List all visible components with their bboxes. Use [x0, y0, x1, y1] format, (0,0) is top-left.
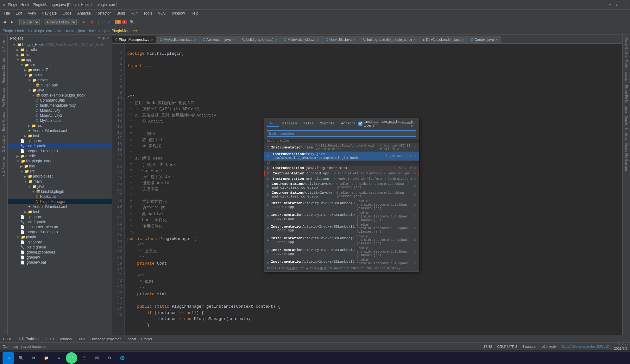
- tree-item-proguard-lib[interactable]: 📄 proguard-rules.pro: [8, 229, 112, 235]
- tree-item-java-lib[interactable]: ▼ 📁 java: [8, 184, 112, 189]
- tree-item-lib-plugin-core[interactable]: ▼ 📁 lib_plugin_core: [8, 159, 112, 164]
- device-file-tab[interactable]: Device File Explorer: [624, 141, 629, 172]
- tree-item-gradle-hidden[interactable]: ▶ 📁 .gradle: [8, 47, 112, 52]
- gradle-tab[interactable]: Gradle: [624, 114, 629, 126]
- pull-requests-tab[interactable]: Pull Requests: [1, 86, 6, 109]
- flutter-outline-tab[interactable]: Flutter Outline: [624, 36, 629, 59]
- tree-item-gradle-properties[interactable]: 📄 gradle.properties: [8, 250, 112, 255]
- breadcrumb-lib-plugin-core[interactable]: lib_plugin_core: [28, 29, 54, 33]
- tab-mainactivity2[interactable]: C MainActivity2.java ✕: [281, 36, 323, 43]
- menu-item-run[interactable]: Run: [128, 10, 140, 16]
- ac-item-3[interactable]: C Instrumentation android.app < Android …: [264, 171, 419, 176]
- tree-item-instrumentationproxy[interactable]: C InstrumentationProxy: [8, 103, 112, 108]
- breadcrumb-plugin[interactable]: plugin: [98, 29, 108, 33]
- warning-badge[interactable]: 12: [115, 20, 121, 24]
- flutter-inspector-tab[interactable]: Flutter Inspector: [624, 59, 629, 84]
- menu-item-tools[interactable]: Tools: [141, 10, 155, 16]
- flutter-performance-tab[interactable]: Flutter Performance: [624, 84, 629, 114]
- minimize-button[interactable]: ─: [607, 2, 612, 7]
- close-button[interactable]: ✕: [622, 2, 627, 7]
- menu-item-view[interactable]: View: [25, 10, 39, 16]
- plugin-dropdown[interactable]: plugin: [19, 19, 40, 25]
- menu-item-help[interactable]: Help: [188, 10, 201, 16]
- ac-tab-classes[interactable]: Classes: [280, 121, 300, 127]
- error-badge[interactable]: 4: [122, 20, 127, 24]
- ac-item-8[interactable]: C InstrumentationActivityInvoker$$Lambda…: [264, 211, 419, 223]
- tree-item-test-app[interactable]: ▶ 📁 test: [8, 133, 112, 138]
- tree-item-build-gradle-app[interactable]: 🔧 build.gradle: [8, 143, 112, 148]
- ac-item-6[interactable]: C InstrumentationActivityInvoker android…: [264, 190, 419, 199]
- logcat-tab[interactable]: Logcat: [126, 337, 136, 341]
- breadcrumb-src[interactable]: src: [57, 29, 62, 33]
- tree-item-mainactivity[interactable]: C MainActivity: [8, 108, 112, 113]
- taskbar-android-studio[interactable]: AS: [66, 352, 77, 364]
- search-taskbar[interactable]: 🔍: [15, 352, 27, 364]
- tree-item-build-gradle-plugin[interactable]: 🔧 build.gradle: [8, 245, 112, 250]
- tree-item-test-lib[interactable]: ▶ 📁 test: [8, 209, 112, 214]
- maximize-button[interactable]: □: [615, 2, 620, 7]
- tree-item-assets[interactable]: ▼ 📁 assets: [8, 78, 112, 83]
- tree-item-androidtest[interactable]: ▶ 📁 androidTest: [8, 67, 112, 72]
- tree-item-androidmanifest-app[interactable]: ✦ AndroidManifest.xml: [8, 128, 112, 133]
- tree-item-gitignore-lib[interactable]: 📄 .gitignore: [8, 214, 112, 219]
- tree-item-gradlew[interactable]: 📄 gradlew: [8, 255, 112, 260]
- layout-inspector-status[interactable]: Layout Inspector: [21, 345, 47, 348]
- tree-item-main-lib[interactable]: ▼ 📁 main: [8, 179, 112, 184]
- event-log-status[interactable]: Event Log: [3, 345, 18, 348]
- build-tab[interactable]: Build: [78, 337, 85, 341]
- search-button[interactable]: 🔍: [128, 19, 136, 25]
- ac-item-11[interactable]: C InstrumentationActivityInvoker$$Lambda…: [264, 246, 419, 258]
- tree-item-gitignore-plugin[interactable]: 📄 .gitignore: [8, 240, 112, 245]
- tree-item-gradle-folder[interactable]: ▶ 📁 gradle: [8, 154, 112, 159]
- tree-item-libs[interactable]: ▶ 📁 libs: [8, 164, 112, 169]
- ac-item-5[interactable]: C InstrumentationActivityInvoker android…: [264, 181, 419, 190]
- tab-pluginmanager[interactable]: C PluginManager.java ✕: [112, 36, 157, 43]
- indent-display[interactable]: 4 spaces: [522, 345, 536, 348]
- project-close-icon[interactable]: ✕: [106, 36, 109, 41]
- toolbar-back-button[interactable]: ◀: [1, 19, 8, 25]
- ac-tab-all[interactable]: All: [267, 121, 279, 127]
- taskbar-app1[interactable]: 📱: [79, 352, 90, 364]
- autocomplete-search-input[interactable]: [267, 130, 416, 137]
- menu-item-vcs[interactable]: VCS: [155, 10, 168, 16]
- tree-item-kim-hsl-plugin[interactable]: ▼ 📦 kim.hsl.plugin: [8, 189, 112, 194]
- breadcrumb-plugin-hook[interactable]: Plugin_Hook: [3, 29, 24, 33]
- branch-display[interactable]: ⎇ master: [541, 344, 557, 348]
- tree-item-plugin-hook[interactable]: ▼ 📁 Plugin_Hook Y:\002_WorkSpace\001_AS\…: [8, 42, 112, 47]
- project-sync-icon[interactable]: ⟳: [98, 36, 101, 41]
- ac-item-7[interactable]: C InstrumentationActivityInvoker$$Lambda…: [264, 199, 419, 211]
- ac-item-2[interactable]: C Instrumentation java.lang.instrument <…: [264, 166, 419, 171]
- encoding-display[interactable]: CRLF UTF-8: [497, 345, 517, 348]
- start-button[interactable]: ⊞: [3, 352, 14, 364]
- emulator-tab[interactable]: Emulator: [624, 126, 629, 141]
- task-view[interactable]: ⧉: [28, 352, 39, 364]
- breadcrumb-main[interactable]: main: [66, 29, 74, 33]
- menu-item-code[interactable]: Code: [60, 10, 74, 16]
- menu-item-build[interactable]: Build: [114, 10, 128, 16]
- ac-item-4[interactable]: C Instrumentation android.app < Android …: [264, 176, 419, 181]
- problems-tab[interactable]: ⚠ 6: Problems: [18, 337, 41, 341]
- ac-tab-symbols[interactable]: Symbols: [317, 121, 337, 127]
- tree-item-proguard-app[interactable]: 📄 proguard-rules.pro: [8, 148, 112, 154]
- taskbar-app2[interactable]: 🎮: [91, 352, 103, 364]
- tree-item-hookutils[interactable]: C HookUtils: [8, 194, 112, 199]
- tree-item-mainactivity2[interactable]: C MainActivity2: [8, 113, 112, 118]
- project-gear-icon[interactable]: ⚙: [102, 36, 105, 41]
- tab-dexclassloader[interactable]: ◈ DexClassLoader.class ✕: [419, 36, 468, 43]
- tree-item-plugin[interactable]: ▼ 📁 plugin: [8, 235, 112, 240]
- menu-item-navigate[interactable]: Navigate: [39, 10, 59, 16]
- tree-item-idea[interactable]: ▶ 📁 .idea: [8, 52, 112, 57]
- tree-item-main[interactable]: ▼ 📁 main: [8, 72, 112, 78]
- resource-manager-tab[interactable]: Resource Manager: [1, 55, 6, 85]
- tree-item-plugin-apk[interactable]: ▶ 📦 plugin.apk: [8, 83, 112, 88]
- tree-item-package[interactable]: ▼ 📦 com.example.plugin_hook: [8, 93, 112, 98]
- ac-item-1[interactable]: J InstrumentationProxy.java app/src/main…: [264, 152, 419, 160]
- tree-item-app[interactable]: ▼ 📁 app: [8, 57, 112, 62]
- tree-item-androidmanifest-lib[interactable]: ✦ AndroidManifest.xml: [8, 204, 112, 209]
- tab-context[interactable]: C Context.java ✕: [468, 36, 501, 43]
- tab-application[interactable]: C Application.java ✕: [200, 36, 238, 43]
- tree-item-commandutils[interactable]: C CommandUtils: [8, 98, 112, 103]
- database-inspector-tab[interactable]: Database Inspector: [91, 337, 121, 341]
- ac-item-12[interactable]: C InstrumentationActivityInvoker$$Lambda…: [264, 258, 419, 265]
- tab-hookutils[interactable]: C HookUtils.java ✕: [323, 36, 359, 43]
